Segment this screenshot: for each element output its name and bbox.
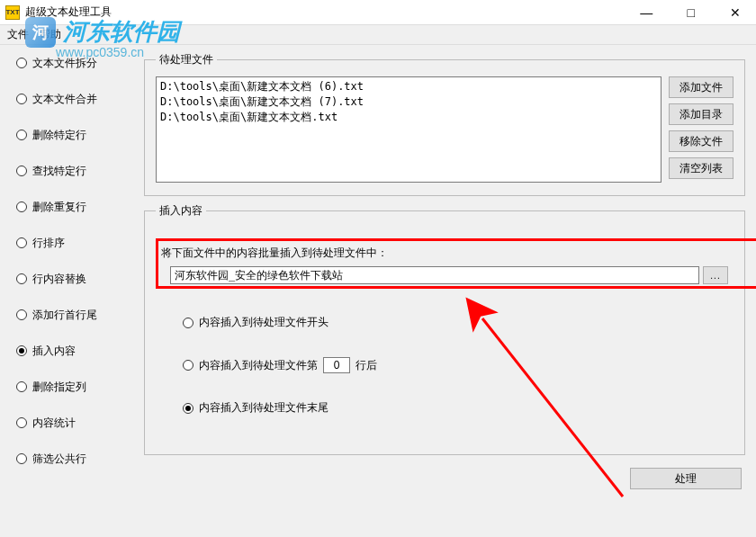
sidebar-item-merge[interactable]: 文本文件合并 bbox=[16, 90, 133, 108]
sidebar-item-common-lines[interactable]: 筛选公共行 bbox=[16, 450, 133, 468]
option-insert-after-line[interactable]: 内容插入到待处理文件第 行后 bbox=[183, 357, 734, 373]
insert-legend: 插入内容 bbox=[156, 203, 206, 219]
sidebar-item-label: 添加行首行尾 bbox=[32, 308, 97, 323]
radio-icon bbox=[183, 360, 194, 371]
option-insert-tail[interactable]: 内容插入到待处理文件末尾 bbox=[183, 400, 734, 416]
option-insert-head[interactable]: 内容插入到待处理文件开头 bbox=[183, 315, 734, 330]
sidebar-item-label: 文本文件合并 bbox=[32, 92, 97, 107]
main-panel: 待处理文件 D:\tools\桌面\新建文本文档 (6).txt D:\tool… bbox=[140, 45, 756, 537]
menu-help[interactable]: 帮助 bbox=[40, 27, 61, 42]
app-icon: TXT bbox=[5, 5, 20, 20]
browse-button[interactable]: ... bbox=[703, 266, 728, 284]
radio-icon bbox=[183, 403, 194, 414]
sidebar-item-label: 删除重复行 bbox=[32, 200, 86, 215]
sidebar-item-remove-dup[interactable]: 删除重复行 bbox=[16, 198, 133, 216]
sidebar-item-sort[interactable]: 行排序 bbox=[16, 234, 133, 252]
window-controls: — □ ✕ bbox=[626, 0, 756, 25]
radio-icon bbox=[16, 417, 27, 428]
sidebar-item-delete-line[interactable]: 删除特定行 bbox=[16, 126, 133, 144]
close-button[interactable]: ✕ bbox=[715, 0, 756, 25]
clear-list-button[interactable]: 清空列表 bbox=[669, 157, 734, 179]
menu-file[interactable]: 文件 bbox=[7, 27, 29, 42]
insert-instruction: 将下面文件中的内容批量插入到待处理文件中： bbox=[161, 246, 728, 261]
sidebar: 文本文件拆分 文本文件合并 删除特定行 查找特定行 删除重复行 行排序 行内容替… bbox=[0, 45, 140, 537]
sidebar-item-label: 文本文件拆分 bbox=[32, 56, 97, 71]
radio-icon bbox=[16, 58, 27, 68]
sidebar-item-find-line[interactable]: 查找特定行 bbox=[16, 162, 133, 180]
maximize-button[interactable]: □ bbox=[670, 0, 712, 25]
sidebar-item-prefix-suffix[interactable]: 添加行首行尾 bbox=[16, 306, 133, 324]
minimize-button[interactable]: — bbox=[626, 0, 667, 25]
option-label-suffix: 行后 bbox=[356, 358, 377, 373]
footer: 处理 bbox=[144, 462, 745, 491]
file-listbox[interactable]: D:\tools\桌面\新建文本文档 (6).txt D:\tools\桌面\新… bbox=[156, 76, 662, 183]
radio-icon bbox=[16, 130, 27, 140]
sidebar-item-split[interactable]: 文本文件拆分 bbox=[16, 54, 133, 72]
radio-icon bbox=[16, 273, 27, 284]
sidebar-item-replace[interactable]: 行内容替换 bbox=[16, 270, 133, 288]
sidebar-item-delete-column[interactable]: 删除指定列 bbox=[16, 378, 133, 396]
sidebar-item-label: 删除特定行 bbox=[32, 128, 86, 143]
insert-group: 插入内容 将下面文件中的内容批量插入到待处理文件中： ... 内容插入到待处理文… bbox=[144, 203, 745, 455]
window-title: 超级文本处理工具 bbox=[25, 4, 112, 20]
menubar: 文件 帮助 bbox=[0, 25, 756, 45]
file-list-group: 待处理文件 D:\tools\桌面\新建文本文档 (6).txt D:\tool… bbox=[144, 52, 745, 196]
process-button[interactable]: 处理 bbox=[630, 468, 742, 489]
radio-icon bbox=[16, 345, 27, 356]
radio-icon bbox=[183, 318, 194, 328]
radio-icon bbox=[16, 309, 27, 320]
line-number-input[interactable] bbox=[323, 357, 350, 373]
option-label: 内容插入到待处理文件开头 bbox=[199, 315, 328, 330]
titlebar: TXT 超级文本处理工具 — □ ✕ bbox=[0, 0, 756, 25]
insert-path-input[interactable] bbox=[170, 266, 699, 284]
add-file-button[interactable]: 添加文件 bbox=[669, 76, 734, 98]
sidebar-item-label: 筛选公共行 bbox=[32, 452, 86, 467]
radio-icon bbox=[16, 94, 27, 104]
sidebar-item-label: 删除指定列 bbox=[32, 380, 86, 395]
radio-icon bbox=[16, 201, 27, 212]
radio-icon bbox=[16, 237, 27, 248]
sidebar-item-label: 插入内容 bbox=[32, 344, 76, 359]
sidebar-item-label: 内容统计 bbox=[32, 416, 76, 431]
sidebar-item-label: 查找特定行 bbox=[32, 164, 86, 179]
remove-file-button[interactable]: 移除文件 bbox=[669, 130, 734, 152]
option-label-prefix: 内容插入到待处理文件第 bbox=[199, 358, 318, 373]
sidebar-item-stats[interactable]: 内容统计 bbox=[16, 414, 133, 432]
option-label: 内容插入到待处理文件末尾 bbox=[199, 400, 328, 416]
radio-icon bbox=[16, 381, 27, 392]
sidebar-item-insert[interactable]: 插入内容 bbox=[16, 342, 133, 360]
radio-icon bbox=[16, 453, 27, 464]
sidebar-item-label: 行排序 bbox=[32, 236, 65, 251]
add-dir-button[interactable]: 添加目录 bbox=[669, 103, 734, 125]
sidebar-item-label: 行内容替换 bbox=[32, 272, 86, 287]
radio-icon bbox=[16, 166, 27, 176]
file-list-legend: 待处理文件 bbox=[156, 52, 217, 67]
